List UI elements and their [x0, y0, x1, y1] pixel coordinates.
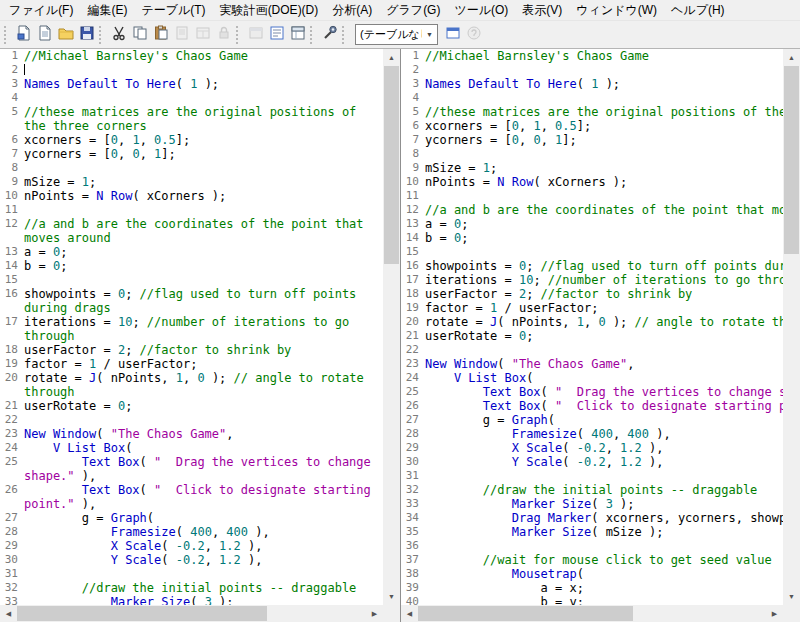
- code-row[interactable]: 12//a and b are the coordinates of the p…: [401, 203, 783, 217]
- code-row[interactable]: 10nPoints = N Row( xCorners );: [0, 189, 383, 203]
- code-line[interactable]: the three corners: [24, 119, 383, 133]
- code-row[interactable]: 1//Michael Barnsley's Chaos Game: [0, 49, 383, 63]
- menu-edit[interactable]: 編集(E): [80, 0, 134, 21]
- code-row[interactable]: 17iterations = 10; //number of iteration…: [401, 273, 783, 287]
- code-line[interactable]: //draw the initial points -- draggable: [24, 581, 383, 595]
- code-line[interactable]: iterations = 10; //number of iterations …: [425, 273, 783, 287]
- code-line[interactable]: New Window( "The Chaos Game",: [425, 357, 783, 371]
- menu-analyze[interactable]: 分析(A): [325, 0, 379, 21]
- run-script-button[interactable]: [319, 24, 340, 45]
- code-row[interactable]: 35 Marker Size( mSize );: [401, 525, 783, 539]
- code-row[interactable]: 22: [0, 413, 383, 427]
- code-line[interactable]: [425, 189, 783, 203]
- code-row[interactable]: 26 Text Box( " Click to designate starti…: [0, 483, 383, 497]
- code-row[interactable]: 19factor = 1 / userFactor;: [0, 357, 383, 371]
- menu-help[interactable]: ヘルプ(H): [664, 0, 732, 21]
- right-horizontal-scrollbar[interactable]: ◀ ▶: [401, 605, 783, 622]
- code-row[interactable]: 39 a = x;: [401, 581, 783, 595]
- code-row[interactable]: 27 g = Graph(: [0, 511, 383, 525]
- scroll-up-icon[interactable]: ▲: [783, 49, 800, 66]
- code-row[interactable]: 36: [401, 539, 783, 553]
- code-line[interactable]: //Michael Barnsley's Chaos Game: [24, 49, 383, 63]
- code-line[interactable]: //Michael Barnsley's Chaos Game: [425, 49, 783, 63]
- code-row[interactable]: 6xcorners = [0, 1, 0.5];: [0, 133, 383, 147]
- lock-button[interactable]: [213, 24, 234, 45]
- code-line[interactable]: ycorners = [0, 0, 1];: [425, 133, 783, 147]
- new-window-button[interactable]: [442, 24, 463, 45]
- menu-doe[interactable]: 実験計画(DOE)(D): [213, 0, 326, 21]
- code-line[interactable]: New Window( "The Chaos Game",: [24, 427, 383, 441]
- paste-button[interactable]: [150, 24, 171, 45]
- code-line[interactable]: Marker Size( 3 );: [425, 497, 783, 511]
- code-line[interactable]: xcorners = [0, 1, 0.5];: [425, 119, 783, 133]
- code-row[interactable]: 37 //wait for mouse click to get seed va…: [401, 553, 783, 567]
- code-row[interactable]: 23New Window( "The Chaos Game",: [0, 427, 383, 441]
- menu-graph[interactable]: グラフ(G): [379, 0, 447, 21]
- scroll-left-icon[interactable]: ◀: [0, 605, 17, 622]
- scroll-right-icon[interactable]: ▶: [766, 605, 783, 622]
- code-line[interactable]: g = Graph(: [425, 413, 783, 427]
- scroll-down-icon[interactable]: ▼: [383, 588, 400, 605]
- code-row[interactable]: 26 Text Box( " Click to designate starti…: [401, 399, 783, 413]
- code-row[interactable]: 11: [0, 203, 383, 217]
- code-row[interactable]: 33 Marker Size( 3 );: [401, 497, 783, 511]
- code-row[interactable]: 30 Y Scale( -0.2, 1.2 ),: [0, 553, 383, 567]
- code-line[interactable]: showpoints = 0; //flag used to turn off …: [24, 287, 383, 301]
- code-row[interactable]: 18userFactor = 2; //factor to shrink by: [401, 287, 783, 301]
- code-line[interactable]: mSize = 1;: [24, 175, 383, 189]
- scroll-up-icon[interactable]: ▲: [383, 49, 400, 66]
- code-row[interactable]: 6xcorners = [0, 1, 0.5];: [401, 119, 783, 133]
- code-row[interactable]: 8: [0, 161, 383, 175]
- code-line[interactable]: X Scale( -0.2, 1.2 ),: [24, 539, 383, 553]
- new-script-button[interactable]: [13, 24, 34, 45]
- code-line[interactable]: X Scale( -0.2, 1.2 ),: [425, 441, 783, 455]
- code-line[interactable]: mSize = 1;: [425, 161, 783, 175]
- left-vscroll-thumb[interactable]: [384, 66, 399, 264]
- code-line[interactable]: a = 0;: [24, 245, 383, 259]
- code-line[interactable]: iterations = 10; //number of iterations …: [24, 315, 383, 329]
- code-line[interactable]: V List Box(: [425, 371, 783, 385]
- code-line[interactable]: //draw the initial points -- draggable: [425, 483, 783, 497]
- code-line[interactable]: factor = 1 / userFactor;: [24, 357, 383, 371]
- code-row[interactable]: 8: [401, 147, 783, 161]
- code-row[interactable]: 5//these matrices are the original posit…: [0, 105, 383, 119]
- code-row[interactable]: moves around: [0, 231, 383, 245]
- code-line[interactable]: showpoints = 0; //flag used to turn off …: [425, 259, 783, 273]
- code-row[interactable]: 18userFactor = 2; //factor to shrink by: [0, 343, 383, 357]
- code-line[interactable]: [425, 245, 783, 259]
- code-row[interactable]: 28 Framesize( 400, 400 ),: [401, 427, 783, 441]
- code-row[interactable]: 14b = 0;: [0, 259, 383, 273]
- code-line[interactable]: Names Default To Here( 1 );: [425, 77, 783, 91]
- code-row[interactable]: 21userRotate = 0;: [401, 329, 783, 343]
- chevron-down-icon[interactable]: ▼: [422, 25, 437, 44]
- code-row[interactable]: through: [0, 385, 383, 399]
- code-line[interactable]: //these matrices are the original positi…: [425, 105, 783, 119]
- code-row[interactable]: during drags: [0, 301, 383, 315]
- code-line[interactable]: a = x;: [425, 581, 783, 595]
- code-row[interactable]: 25 Text Box( " Drag the vertices to chan…: [0, 455, 383, 469]
- code-line[interactable]: userFactor = 2; //factor to shrink by: [425, 287, 783, 301]
- code-row[interactable]: 22: [401, 343, 783, 357]
- code-area-right[interactable]: 1//Michael Barnsley's Chaos Game23Names …: [401, 49, 783, 605]
- code-row[interactable]: 13a = 0;: [0, 245, 383, 259]
- left-hscroll-thumb[interactable]: [17, 606, 267, 621]
- code-line[interactable]: during drags: [24, 301, 383, 315]
- table-select-dropdown[interactable]: (テーブルなし) ▼: [355, 24, 438, 45]
- code-line[interactable]: userFactor = 2; //factor to shrink by: [24, 343, 383, 357]
- code-row[interactable]: 4: [0, 91, 383, 105]
- copy-button[interactable]: [129, 24, 150, 45]
- window-list-button[interactable]: [245, 24, 266, 45]
- code-row[interactable]: 24 V List Box(: [0, 441, 383, 455]
- code-line[interactable]: b = y;: [425, 595, 783, 605]
- code-line[interactable]: [425, 469, 783, 483]
- toolbar-gripper[interactable]: [4, 26, 10, 44]
- left-vertical-scrollbar[interactable]: ▲ ▼: [383, 49, 400, 605]
- help-button[interactable]: [463, 24, 484, 45]
- menu-file[interactable]: ファイル(F): [2, 0, 80, 21]
- code-row[interactable]: 30 Y Scale( -0.2, 1.2 ),: [401, 455, 783, 469]
- code-row[interactable]: through: [0, 329, 383, 343]
- code-row[interactable]: 16showpoints = 0; //flag used to turn of…: [0, 287, 383, 301]
- layout-button[interactable]: [192, 24, 213, 45]
- code-line[interactable]: through: [24, 329, 383, 343]
- code-row[interactable]: 33 Marker Size( 3 );: [0, 595, 383, 605]
